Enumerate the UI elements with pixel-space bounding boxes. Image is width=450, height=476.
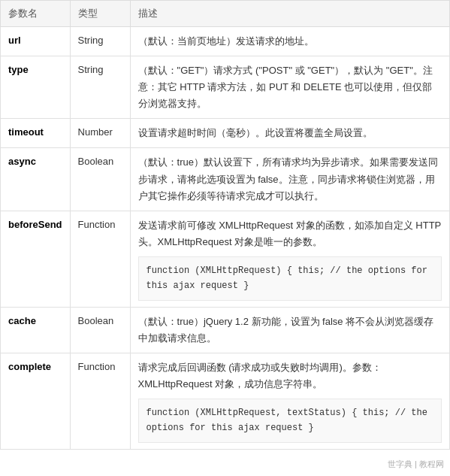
param-name-cell: beforeSend — [1, 211, 71, 307]
param-desc-cell: （默认：true）默认设置下，所有请求均为异步请求。如果需要发送同步请求，请将此… — [130, 148, 449, 211]
param-type-cell: Function — [70, 211, 130, 307]
param-type-cell: Function — [70, 353, 130, 449]
param-name-cell: complete — [1, 353, 71, 449]
header-param-name: 参数名 — [1, 1, 71, 27]
param-name-cell: url — [1, 27, 71, 56]
param-type-cell: String — [70, 56, 130, 119]
param-desc-cell: 发送请求前可修改 XMLHttpRequest 对象的函数，如添加自定义 HTT… — [130, 211, 449, 307]
param-name-cell: async — [1, 148, 71, 211]
params-table: 参数名 类型 描述 urlString（默认：当前页地址）发送请求的地址。typ… — [0, 0, 450, 450]
param-desc-cell: 设置请求超时时间（毫秒）。此设置将覆盖全局设置。 — [130, 119, 449, 148]
header-param-type: 类型 — [70, 1, 130, 27]
param-desc-cell: （默认：true）jQuery 1.2 新功能，设置为 false 将不会从浏览… — [130, 307, 449, 353]
param-name-cell: type — [1, 56, 71, 119]
param-desc-cell: （默认：当前页地址）发送请求的地址。 — [130, 27, 449, 56]
param-name-cell: timeout — [1, 119, 71, 148]
param-name-cell: cache — [1, 307, 71, 353]
header-param-desc: 描述 — [130, 1, 449, 27]
param-desc-cell: （默认："GET"）请求方式 ("POST" 或 "GET"），默认为 "GET… — [130, 56, 449, 119]
code-block: function (XMLHttpRequest) { this; // the… — [138, 256, 442, 301]
code-block: function (XMLHttpRequest, textStatus) { … — [138, 399, 442, 443]
param-desc-cell: 请求完成后回调函数 (请求成功或失败时均调用)。参数：XMLHttpReques… — [130, 353, 449, 449]
param-type-cell: Boolean — [70, 307, 130, 353]
param-type-cell: Boolean — [70, 148, 130, 211]
param-type-cell: Number — [70, 119, 130, 148]
param-type-cell: String — [70, 27, 130, 56]
